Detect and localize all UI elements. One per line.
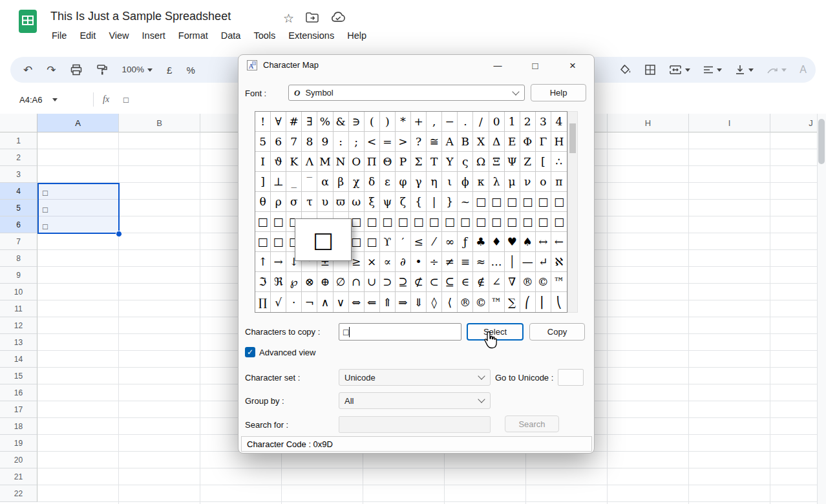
char-cell-r9c10[interactable]: ⊇ (396, 272, 411, 292)
char-cell-r10c9[interactable]: ⇑ (380, 292, 396, 312)
char-cell-r1c7[interactable]: ∋ (349, 112, 365, 132)
formula-input[interactable]: □ (123, 95, 129, 105)
char-cell-r9c4[interactable]: ⊗ (302, 272, 317, 292)
char-cell-r10c12[interactable]: ◊ (427, 292, 442, 312)
char-cell-r9c5[interactable]: ⊕ (317, 272, 333, 292)
scrollbar-thumb[interactable] (569, 123, 576, 153)
char-cell-r8c9[interactable]: ∝ (380, 252, 396, 272)
char-cell-r1c17[interactable]: 1 (505, 112, 520, 132)
char-cell-r1c9[interactable]: ) (380, 112, 396, 132)
select-all-corner[interactable] (0, 114, 37, 132)
menu-format[interactable]: Format (172, 27, 215, 44)
zoom-select[interactable]: 100% (122, 65, 153, 74)
char-cell-r9c20[interactable]: ™ (551, 272, 567, 292)
char-cell-r6c13[interactable]: □ (442, 212, 458, 232)
char-cell-r10c17[interactable]: ∑ (505, 292, 520, 312)
char-cell-r2c16[interactable]: Δ (489, 132, 505, 152)
char-cell-r1c13[interactable]: − (442, 112, 458, 132)
char-cell-r3c8[interactable]: Π (365, 152, 380, 172)
char-cell-r5c17[interactable]: □ (505, 192, 520, 212)
char-cell-r9c1[interactable]: ℑ (255, 272, 271, 292)
char-cell-r3c17[interactable]: Ψ (505, 152, 520, 172)
char-cell-r4c11[interactable]: γ (411, 172, 427, 192)
char-cell-r4c6[interactable]: β (334, 172, 349, 192)
char-cell-r7c9[interactable]: ϒ (380, 232, 396, 252)
char-cell-r6c10[interactable]: □ (396, 212, 411, 232)
char-cell-r3c16[interactable]: Ξ (489, 152, 505, 172)
char-cell-r1c19[interactable]: 3 (536, 112, 551, 132)
copy-button[interactable]: Copy (529, 323, 585, 341)
char-cell-r1c6[interactable]: & (334, 112, 349, 132)
selected-range[interactable]: □□□ (37, 183, 120, 234)
char-cell-r10c5[interactable]: ∧ (317, 292, 333, 312)
char-cell-r5c1[interactable]: θ (255, 192, 271, 212)
char-cell-r3c7[interactable]: O (349, 152, 365, 172)
row-header-20[interactable]: 20 (0, 452, 37, 468)
row-header-16[interactable]: 16 (0, 384, 37, 401)
char-cell-r5c12[interactable]: | (427, 192, 442, 212)
char-cell-r2c10[interactable]: > (396, 132, 411, 152)
sheet-vertical-scrollbar[interactable] (817, 114, 826, 504)
menu-file[interactable]: File (45, 27, 73, 44)
char-cell-r4c9[interactable]: ε (380, 172, 396, 192)
menu-help[interactable]: Help (341, 27, 373, 44)
cloud-status-icon[interactable] (330, 12, 346, 25)
char-cell-r1c8[interactable]: ( (365, 112, 380, 132)
char-cell-r3c15[interactable]: Ω (473, 152, 489, 172)
help-button[interactable]: Help (531, 84, 586, 101)
char-cell-r7c18[interactable]: ♠ (520, 232, 536, 252)
char-cell-r5c10[interactable]: ζ (396, 192, 411, 212)
char-cell-r5c18[interactable]: □ (520, 192, 536, 212)
char-cell-r9c17[interactable]: ∇ (505, 272, 520, 292)
maximize-button[interactable]: □ (520, 56, 550, 76)
char-cell-r2c6[interactable]: : (334, 132, 349, 152)
char-cell-r9c12[interactable]: ⊂ (427, 272, 442, 292)
column-header-I[interactable]: I (689, 114, 770, 132)
char-cell-r4c17[interactable]: μ (505, 172, 520, 192)
char-cell-r7c14[interactable]: ƒ (458, 232, 473, 252)
char-cell-r2c9[interactable]: = (380, 132, 396, 152)
char-cell-r5c9[interactable]: ψ (380, 192, 396, 212)
char-cell-r10c20[interactable]: ⎝ (551, 292, 567, 312)
char-cell-r6c9[interactable]: □ (380, 212, 396, 232)
char-cell-r3c13[interactable]: Υ (442, 152, 458, 172)
char-cell-r10c18[interactable]: ⎛ (520, 292, 536, 312)
row-header-4[interactable]: 4 (0, 183, 37, 200)
char-cell-r5c2[interactable]: ρ (271, 192, 286, 212)
menu-view[interactable]: View (102, 27, 135, 44)
char-cell-r9c8[interactable]: ∪ (365, 272, 380, 292)
char-cell-r2c13[interactable]: A (442, 132, 458, 152)
close-button[interactable]: × (558, 56, 588, 76)
minimize-button[interactable]: — (483, 56, 513, 76)
char-cell-r7c16[interactable]: ♦ (489, 232, 505, 252)
char-cell-r3c1[interactable]: I (255, 152, 271, 172)
char-cell-r10c4[interactable]: ¬ (302, 292, 317, 312)
char-cell-r1c18[interactable]: 2 (520, 112, 536, 132)
document-title[interactable]: This Is Just a Sample Spreadsheet (50, 10, 231, 23)
borders-icon[interactable] (644, 64, 656, 76)
char-cell-r1c2[interactable]: ∀ (271, 112, 286, 132)
char-cell-r10c16[interactable]: ™ (489, 292, 505, 312)
format-currency-button[interactable]: £ (167, 65, 172, 75)
char-cell-r8c8[interactable]: × (365, 252, 380, 272)
row-header-14[interactable]: 14 (0, 351, 37, 368)
char-cell-r3c18[interactable]: Z (520, 152, 536, 172)
char-cell-r2c14[interactable]: B (458, 132, 473, 152)
row-header-22[interactable]: 22 (0, 485, 37, 502)
char-cell-r2c8[interactable]: < (365, 132, 380, 152)
char-cell-r6c17[interactable]: □ (505, 212, 520, 232)
char-cell-r3c12[interactable]: T (427, 152, 442, 172)
fill-color-icon[interactable] (619, 64, 631, 76)
char-cell-r10c8[interactable]: ⇐ (365, 292, 380, 312)
char-cell-r9c15[interactable]: ∉ (473, 272, 489, 292)
char-cell-r5c4[interactable]: τ (302, 192, 317, 212)
char-cell-r3c19[interactable]: [ (536, 152, 551, 172)
char-cell-r4c18[interactable]: ν (520, 172, 536, 192)
text-color-icon[interactable]: A (800, 65, 807, 75)
character-set-select[interactable]: Unicode (339, 369, 491, 386)
cell-A5[interactable]: □ (43, 202, 48, 218)
fill-handle[interactable] (116, 231, 122, 237)
char-cell-r4c5[interactable]: α (317, 172, 333, 192)
char-cell-r9c16[interactable]: ∠ (489, 272, 505, 292)
char-cell-r3c3[interactable]: K (286, 152, 302, 172)
